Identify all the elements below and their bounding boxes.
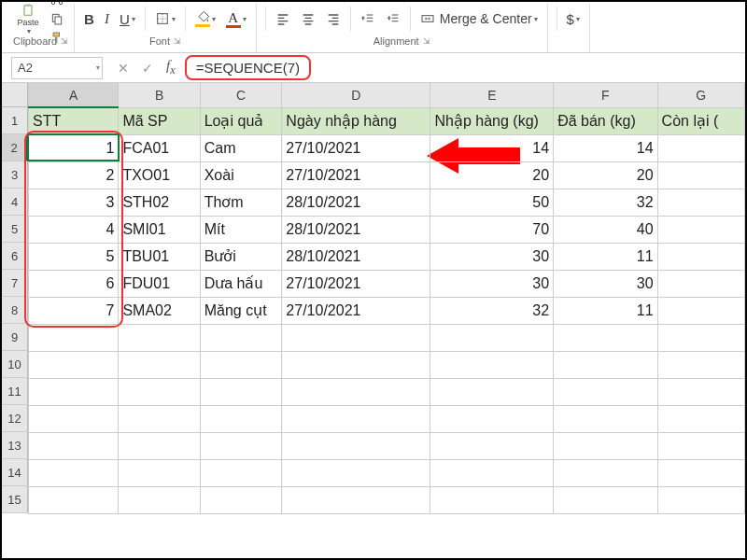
cell[interactable] xyxy=(430,378,554,405)
cell[interactable] xyxy=(119,459,200,486)
cell[interactable]: 4 xyxy=(29,216,119,243)
cell[interactable] xyxy=(554,459,657,486)
cell[interactable] xyxy=(29,324,119,351)
formula-input[interactable]: =SEQUENCE(7) xyxy=(185,55,311,80)
cell[interactable]: TBU01 xyxy=(119,243,200,270)
cell[interactable]: SMA02 xyxy=(119,297,200,324)
bold-button[interactable]: B xyxy=(80,9,98,29)
row-header[interactable]: 3 xyxy=(2,161,28,189)
cell[interactable] xyxy=(282,432,430,459)
cell[interactable]: 32 xyxy=(554,189,657,216)
cell[interactable]: 20 xyxy=(430,161,554,189)
row-header[interactable]: 10 xyxy=(2,351,28,378)
cell[interactable]: 30 xyxy=(430,270,554,297)
row-header[interactable]: 6 xyxy=(2,243,28,270)
cell[interactable]: 27/10/2021 xyxy=(282,297,430,324)
cell[interactable]: 30 xyxy=(554,270,657,297)
cell[interactable] xyxy=(554,378,657,405)
cell[interactable]: 27/10/2021 xyxy=(282,270,430,297)
cell[interactable] xyxy=(119,324,200,351)
cell[interactable] xyxy=(200,351,282,378)
italic-button[interactable]: I xyxy=(101,9,113,29)
cell[interactable]: FDU01 xyxy=(119,270,200,297)
column-header[interactable]: D xyxy=(282,83,430,107)
cell[interactable] xyxy=(430,432,554,459)
cell[interactable] xyxy=(430,324,554,351)
cell[interactable] xyxy=(430,405,554,432)
column-header[interactable]: E xyxy=(430,83,554,107)
cell[interactable]: 28/10/2021 xyxy=(282,243,430,270)
cell[interactable]: 27/10/2021 xyxy=(282,161,430,189)
column-header[interactable]: F xyxy=(554,83,657,107)
cell[interactable]: Xoài xyxy=(200,161,282,189)
row-header[interactable]: 2 xyxy=(2,134,28,161)
cell[interactable] xyxy=(657,324,744,351)
column-header[interactable]: C xyxy=(200,83,282,107)
cell[interactable] xyxy=(282,486,430,513)
cell[interactable]: Mít xyxy=(200,216,282,243)
cell[interactable] xyxy=(430,351,554,378)
cell[interactable] xyxy=(282,378,430,405)
cell[interactable] xyxy=(282,351,430,378)
name-box[interactable]: A2 ▾ xyxy=(11,57,103,79)
cell[interactable]: 5 xyxy=(29,243,119,270)
underline-button[interactable]: U▾ xyxy=(116,9,139,29)
currency-button[interactable]: $▾ xyxy=(563,9,584,29)
cell[interactable] xyxy=(430,459,554,486)
cell[interactable]: Còn lại ( xyxy=(657,107,744,134)
cell[interactable]: Loại quả xyxy=(200,107,282,134)
dialog-launcher-icon[interactable]: ⇲ xyxy=(423,36,430,46)
merge-center-button[interactable]: Merge & Center▾ xyxy=(416,9,542,28)
column-header[interactable]: G xyxy=(657,83,744,107)
decrease-indent-button[interactable] xyxy=(357,9,379,28)
cell[interactable] xyxy=(657,216,744,243)
cut-button[interactable] xyxy=(46,0,68,8)
cell[interactable]: Bưởi xyxy=(200,243,282,270)
row-header[interactable]: 11 xyxy=(2,378,28,405)
cell[interactable] xyxy=(282,324,430,351)
row-header[interactable]: 15 xyxy=(2,486,28,513)
cell[interactable]: 28/10/2021 xyxy=(282,216,430,243)
cell[interactable] xyxy=(29,378,119,405)
row-header[interactable]: 4 xyxy=(2,189,28,216)
cell[interactable]: FCA01 xyxy=(119,134,200,161)
cell[interactable]: Dưa hấu xyxy=(200,270,282,297)
cell[interactable]: 7 xyxy=(29,297,119,324)
cell[interactable]: STT xyxy=(29,107,119,134)
cell[interactable]: Mã SP xyxy=(119,107,200,134)
align-left-button[interactable] xyxy=(272,9,294,28)
cell[interactable]: 30 xyxy=(430,243,554,270)
cell[interactable] xyxy=(119,405,200,432)
cell[interactable] xyxy=(200,486,282,513)
cell[interactable] xyxy=(29,459,119,486)
cell[interactable]: 20 xyxy=(554,161,657,189)
cell[interactable] xyxy=(282,405,430,432)
cell[interactable]: Đã bán (kg) xyxy=(554,107,657,134)
borders-button[interactable]: ▾ xyxy=(151,9,179,28)
cell[interactable] xyxy=(657,351,744,378)
cell[interactable] xyxy=(554,324,657,351)
row-header[interactable]: 14 xyxy=(2,459,28,486)
fx-icon[interactable]: fx xyxy=(166,58,176,77)
cell[interactable] xyxy=(657,161,744,189)
row-header[interactable]: 9 xyxy=(2,324,28,351)
column-header[interactable]: A xyxy=(29,83,119,107)
cell[interactable] xyxy=(657,243,744,270)
cell[interactable] xyxy=(430,486,554,513)
cell[interactable]: SMI01 xyxy=(119,216,200,243)
cell[interactable] xyxy=(657,189,744,216)
cell[interactable] xyxy=(554,432,657,459)
cell[interactable]: 70 xyxy=(430,216,554,243)
cell[interactable] xyxy=(554,351,657,378)
enter-formula-button[interactable]: ✓ xyxy=(142,61,153,76)
cell[interactable]: Cam xyxy=(200,134,282,161)
row-header[interactable]: 5 xyxy=(2,216,28,243)
cell[interactable] xyxy=(657,378,744,405)
column-header[interactable]: B xyxy=(119,83,200,107)
cell[interactable] xyxy=(29,432,119,459)
cell[interactable]: TXO01 xyxy=(119,161,200,189)
cell[interactable] xyxy=(657,486,744,513)
font-color-button[interactable]: A▾ xyxy=(222,8,250,30)
cell[interactable]: 14 xyxy=(554,134,657,161)
cell[interactable]: 6 xyxy=(29,270,119,297)
